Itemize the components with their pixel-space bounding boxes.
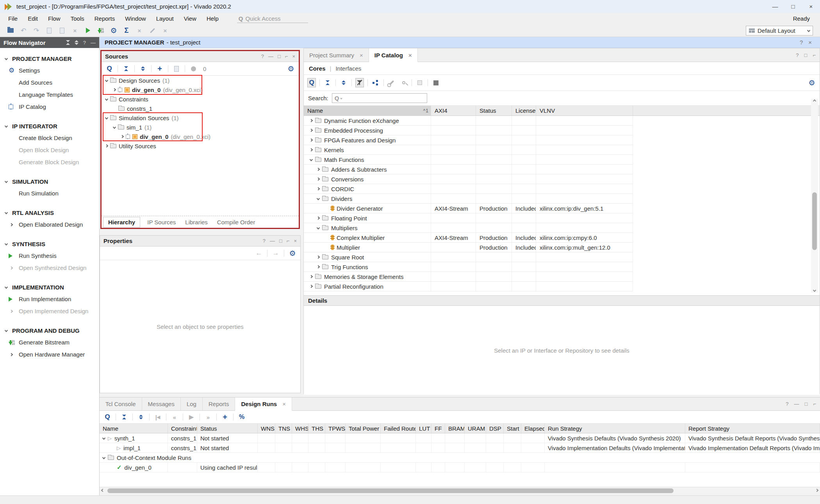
gear-icon[interactable]: ⚙ (808, 78, 816, 87)
menu-tools[interactable]: Tools (66, 15, 89, 22)
settings-gear-icon[interactable]: ⚙ (108, 25, 119, 35)
tree-item-constrs-1[interactable]: constrs_1 (102, 104, 299, 113)
create-run-icon[interactable]: + (221, 412, 229, 422)
expand-all-icon[interactable] (139, 64, 147, 73)
chevron-right-icon[interactable] (317, 217, 320, 220)
table-row[interactable]: Multipliers (304, 223, 633, 233)
minimize-icon[interactable]: — (794, 401, 799, 407)
column-header-axi4[interactable]: AXI4 (431, 106, 476, 115)
copy-icon[interactable] (43, 25, 55, 35)
search-icon[interactable]: Q (105, 64, 114, 73)
close-icon[interactable]: × (360, 52, 363, 59)
chevron-down-icon[interactable] (102, 456, 105, 459)
step-back-icon[interactable]: « (170, 412, 179, 422)
column-header[interactable]: BRAM (445, 424, 465, 433)
minimize-icon[interactable]: — (270, 238, 275, 244)
generate-bitstream-icon[interactable]: 0110 (95, 25, 107, 35)
chevron-right-icon[interactable] (317, 187, 320, 190)
help-icon[interactable]: ? (796, 52, 799, 58)
chevron-right-icon[interactable] (317, 168, 320, 171)
chevron-down-icon[interactable] (310, 158, 313, 161)
table-row[interactable]: CORDIC (304, 184, 633, 194)
gear-icon[interactable]: ⚙ (287, 64, 295, 73)
chevron-right-icon[interactable] (310, 285, 313, 288)
column-header[interactable]: Name (100, 424, 168, 433)
column-header[interactable]: Constraints (168, 424, 197, 433)
collapse-all-icon[interactable] (120, 412, 128, 422)
section-header-ip-integrator[interactable]: IP INTEGRATOR (0, 120, 99, 132)
menu-window[interactable]: Window (120, 15, 151, 22)
scroll-down-icon[interactable] (813, 289, 816, 292)
table-row-multiplier[interactable]: Multiplier Production Included xilinx.co… (304, 243, 633, 252)
nav-ip-catalog[interactable]: IP Catalog (0, 101, 99, 113)
tab-log[interactable]: Log (181, 398, 203, 410)
subtab-interfaces[interactable]: Interfaces (335, 65, 361, 72)
chevron-right-icon[interactable] (317, 265, 320, 268)
scroll-up-icon[interactable] (813, 99, 816, 103)
column-header[interactable]: Start (504, 424, 521, 433)
column-header[interactable]: Total Power (346, 424, 381, 433)
chevron-down-icon[interactable] (105, 98, 108, 101)
table-row[interactable]: Conversions (304, 174, 633, 184)
nav-generate-bitstream[interactable]: 0110Generate Bitstream (0, 336, 99, 348)
tree-item-simulation-sources[interactable]: Simulation Sources (1) (102, 113, 299, 122)
float-icon[interactable]: ⌐ (813, 52, 816, 58)
chevron-right-icon[interactable] (310, 148, 313, 151)
minimize-icon[interactable]: — (91, 40, 96, 46)
sources-panel-header[interactable]: Sources ? — □ ⌐ × (102, 51, 299, 62)
maximize-icon[interactable]: □ (279, 238, 282, 244)
float-icon[interactable]: ⌐ (813, 401, 816, 407)
undo-icon[interactable]: ↶ (18, 25, 29, 35)
subtab-cores[interactable]: Cores (309, 65, 326, 72)
report-icon[interactable] (172, 64, 181, 73)
tab-project-summary[interactable]: Project Summary × (304, 48, 369, 62)
tree-item-design-sources[interactable]: Design Sources (1) (102, 76, 299, 85)
search-icon[interactable]: Q (103, 412, 112, 422)
customize-wrench-icon[interactable] (387, 78, 396, 87)
nav-open-hardware-manager[interactable]: Open Hardware Manager (0, 348, 99, 360)
paste-icon[interactable] (56, 25, 68, 35)
delete-icon[interactable]: × (69, 25, 81, 35)
table-row[interactable]: Math Functions (304, 155, 633, 165)
ip-settings-icon[interactable] (415, 78, 424, 87)
section-header-simulation[interactable]: SIMULATION (0, 176, 99, 187)
nav-settings[interactable]: ⚙Settings (0, 64, 99, 76)
table-row[interactable]: Dividers (304, 194, 633, 204)
column-header[interactable]: DSP (486, 424, 504, 433)
nav-run-simulation[interactable]: Run Simulation (0, 187, 99, 199)
play-run-icon[interactable]: ▶ (187, 412, 196, 422)
table-row[interactable]: Memories & Storage Elements (304, 272, 633, 282)
column-header[interactable]: Elapsed (521, 424, 545, 433)
tab-tcl-console[interactable]: Tcl Console (100, 398, 142, 410)
menu-reports[interactable]: Reports (89, 15, 120, 22)
chevron-right-icon[interactable] (310, 119, 313, 122)
minimize-icon[interactable]: — (268, 53, 273, 59)
column-header[interactable]: WHS (292, 424, 308, 433)
percent-icon[interactable]: % (237, 412, 246, 422)
nav-open-implemented-design[interactable]: Open Implemented Design (0, 305, 99, 317)
chevron-right-icon[interactable] (113, 88, 116, 91)
chevron-right-icon[interactable] (121, 135, 124, 138)
menu-edit[interactable]: Edit (23, 15, 43, 22)
close-icon[interactable]: × (282, 401, 286, 407)
chevron-right-icon[interactable] (105, 144, 108, 147)
ip-search-input[interactable]: Q (332, 93, 427, 103)
close-icon[interactable]: × (408, 52, 412, 59)
cancel-icon[interactable]: × (134, 25, 145, 35)
back-arrow-icon[interactable]: ← (255, 248, 263, 258)
chevron-down-icon[interactable] (105, 79, 108, 82)
collapse-all-icon[interactable] (66, 40, 70, 45)
first-run-icon[interactable]: |◀ (153, 412, 162, 422)
search-icon[interactable]: Q (307, 78, 316, 87)
collapse-all-icon[interactable] (323, 78, 332, 87)
section-header-rtl-analysis[interactable]: RTL ANALYSIS (0, 207, 99, 218)
maximize-icon[interactable]: □ (805, 401, 808, 407)
maximize-icon[interactable]: □ (804, 52, 808, 58)
tree-item-sim-1[interactable]: sim_1 (1) (102, 122, 299, 132)
chevron-right-icon[interactable] (310, 129, 313, 132)
tree-item-div-gen-0-sim[interactable]: div_gen_0 (div_gen_0.xci) (102, 132, 299, 141)
expand-all-icon[interactable] (137, 412, 145, 422)
help-icon[interactable]: ? (261, 53, 264, 59)
column-header[interactable]: WNS (258, 424, 275, 433)
column-header[interactable]: Report Strategy (685, 424, 820, 433)
